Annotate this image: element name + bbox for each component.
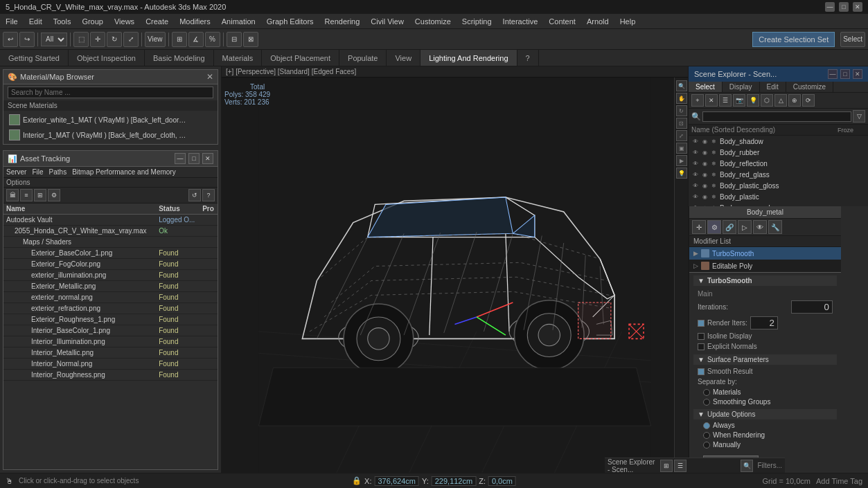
materials-radio[interactable]: Materials: [693, 388, 837, 397]
se-tab-customize[interactable]: Customize: [786, 82, 833, 92]
se-list-item[interactable]: 👁 ◉ ❄ Body_plastic: [689, 191, 868, 202]
se-list-item[interactable]: 👁 ◉ ❄ Body_reflection: [689, 158, 868, 169]
se-filter-input[interactable]: [702, 111, 851, 122]
se-bottom-btn2[interactable]: ☰: [674, 460, 687, 472]
mp-tab-create[interactable]: ✛: [692, 220, 706, 234]
se-list-item[interactable]: 👁 ◉ ❄ Body_shadow: [689, 136, 868, 147]
tab-materials[interactable]: Materials: [214, 50, 263, 66]
always-radio[interactable]: Always: [693, 421, 837, 430]
asset-menu-bitmap-performance-and-memory[interactable]: Bitmap Performance and Memory: [72, 168, 176, 176]
asset-row[interactable]: Exterior_BaseColor_1.pngFound: [3, 248, 218, 259]
menu-item-scripting[interactable]: Scripting: [457, 14, 497, 28]
se-maximize[interactable]: □: [840, 69, 850, 79]
asset-row[interactable]: Autodesk VaultLogged O...: [3, 215, 218, 226]
asset-row[interactable]: Maps / Shaders: [3, 237, 218, 248]
menu-item-rendering[interactable]: Rendering: [319, 14, 366, 28]
menu-item-create[interactable]: Create: [140, 14, 174, 28]
se-delete-btn[interactable]: ✕: [705, 94, 718, 107]
move-tool-btn[interactable]: ✛: [90, 32, 105, 47]
se-shape-btn[interactable]: △: [774, 94, 787, 107]
select-tool-btn[interactable]: ⬚: [73, 32, 89, 47]
mp-tab-display[interactable]: 👁: [753, 220, 767, 234]
se-add-btn[interactable]: +: [691, 94, 704, 107]
align-btn[interactable]: ⊟: [227, 32, 242, 47]
vp-render-btn[interactable]: ▶: [676, 155, 687, 166]
asset-row[interactable]: exterior_refraction.pngFound: [3, 303, 218, 314]
menu-item-content[interactable]: Content: [543, 14, 581, 28]
asset-list-btn[interactable]: ≡: [20, 189, 33, 201]
asset-row[interactable]: Interior_Illumination.pngFound: [3, 336, 218, 347]
material-item[interactable]: Exterior_white_1_MAT ( VRayMtl ) [Back_l…: [5, 112, 216, 127]
asset-row[interactable]: Interior_Roughness.pngFound: [3, 370, 218, 381]
se-tab-display[interactable]: Display: [723, 82, 760, 92]
render-iters-cb[interactable]: [698, 320, 705, 327]
modifier-editable-poly[interactable]: ▷ Editable Poly: [689, 260, 841, 272]
viewport[interactable]: [+] [Perspective] [Standard] [Edged Face…: [222, 66, 688, 473]
undo-button[interactable]: ↩: [3, 32, 18, 47]
manually-radio[interactable]: Manually: [693, 440, 837, 449]
material-search-input[interactable]: [8, 87, 213, 98]
mp-tab-motion[interactable]: ▷: [738, 220, 752, 234]
scale-tool-btn[interactable]: ⤢: [123, 32, 139, 47]
material-item[interactable]: Interior_1_MAT ( VRayMtl ) [Back_left_do…: [5, 127, 216, 143]
tab-basic-modeling[interactable]: Basic Modeling: [145, 50, 214, 66]
isoline-cb[interactable]: [698, 333, 705, 340]
view-mode-btn[interactable]: View: [145, 32, 166, 47]
percent-snap-btn[interactable]: %: [205, 32, 220, 47]
asset-menu-server[interactable]: Server: [6, 168, 26, 176]
vp-zoom-btn[interactable]: 🔍: [676, 80, 687, 91]
iterations-input[interactable]: [791, 300, 833, 314]
tab-object-placement[interactable]: Object Placement: [262, 50, 339, 66]
menu-item-civil-view[interactable]: Civil View: [365, 14, 409, 28]
asset-row[interactable]: Exterior_Roughness_1.pngFound: [3, 314, 218, 325]
menu-item-customize[interactable]: Customize: [409, 14, 457, 28]
asset-row[interactable]: Exterior_FogColor.pngFound: [3, 259, 218, 270]
redo-button[interactable]: ↪: [19, 32, 35, 47]
menu-item-edit[interactable]: Edit: [24, 14, 48, 28]
asset-row[interactable]: Exterior_Metallic.pngFound: [3, 281, 218, 292]
at-minimize[interactable]: —: [175, 153, 186, 164]
menu-item-arnold[interactable]: Arnold: [581, 14, 614, 28]
asset-settings-btn[interactable]: ⚙: [48, 189, 60, 201]
add-time-tag[interactable]: Add Time Tag: [816, 477, 862, 485]
menu-item-graph-editors[interactable]: Graph Editors: [261, 14, 319, 28]
asset-refresh-btn[interactable]: ↺: [188, 189, 201, 201]
asset-help-btn[interactable]: ?: [202, 189, 215, 201]
se-helper-btn[interactable]: ⊕: [788, 94, 801, 107]
mp-tab-utility[interactable]: 🔧: [768, 220, 782, 234]
viewport-canvas[interactable]: [222, 78, 688, 473]
at-maximize[interactable]: □: [188, 153, 200, 164]
vp-display-btn[interactable]: ▣: [676, 143, 687, 154]
vp-orbit-btn[interactable]: ↻: [676, 105, 687, 116]
se-tab-edit[interactable]: Edit: [760, 82, 786, 92]
se-list-item[interactable]: 👁 ◉ ❄ Body_red_glass: [689, 169, 868, 180]
asset-row[interactable]: exterior_normal.pngFound: [3, 292, 218, 303]
se-list-item[interactable]: 👁 ◉ ❄ Body_plastic_gloss: [689, 180, 868, 191]
vp-light-btn[interactable]: 💡: [676, 168, 687, 179]
menu-item-animation[interactable]: Animation: [216, 14, 261, 28]
mp-tab-hier[interactable]: 🔗: [723, 220, 736, 234]
tab-populate[interactable]: Populate: [339, 50, 387, 66]
asset-row[interactable]: Interior_Normal.pngFound: [3, 359, 218, 370]
smoothing-groups-radio[interactable]: Smoothing Groups: [693, 397, 837, 406]
menu-item-group[interactable]: Group: [76, 14, 109, 28]
se-list-item[interactable]: 👁 ◉ ❄ Body_rubber: [689, 147, 868, 158]
mp-tab-modify[interactable]: ⚙: [707, 220, 721, 234]
menu-item-help[interactable]: Help: [614, 14, 641, 28]
menu-item-file[interactable]: File: [0, 14, 24, 28]
se-close[interactable]: ✕: [853, 69, 862, 79]
se-space-warp-btn[interactable]: ⟳: [802, 94, 815, 107]
tab-getting-started[interactable]: Getting Started: [0, 50, 69, 66]
snap-btn[interactable]: ⊞: [172, 32, 187, 47]
vp-pan-btn[interactable]: ✋: [676, 93, 687, 104]
se-bottom-btn1[interactable]: ⊞: [660, 460, 673, 472]
at-close[interactable]: ✕: [202, 153, 213, 164]
menu-item-tools[interactable]: Tools: [48, 14, 77, 28]
rendering-radio[interactable]: When Rendering: [693, 431, 837, 440]
asset-row[interactable]: 2055_Honda_CR_V_White_max_vray.maxOk: [3, 226, 218, 237]
menu-item-interactive[interactable]: Interactive: [497, 14, 544, 28]
tab-object-inspection[interactable]: Object Inspection: [69, 50, 145, 66]
maximize-button[interactable]: □: [839, 2, 849, 12]
rotate-tool-btn[interactable]: ↻: [107, 32, 122, 47]
se-light-btn[interactable]: 💡: [747, 94, 759, 107]
